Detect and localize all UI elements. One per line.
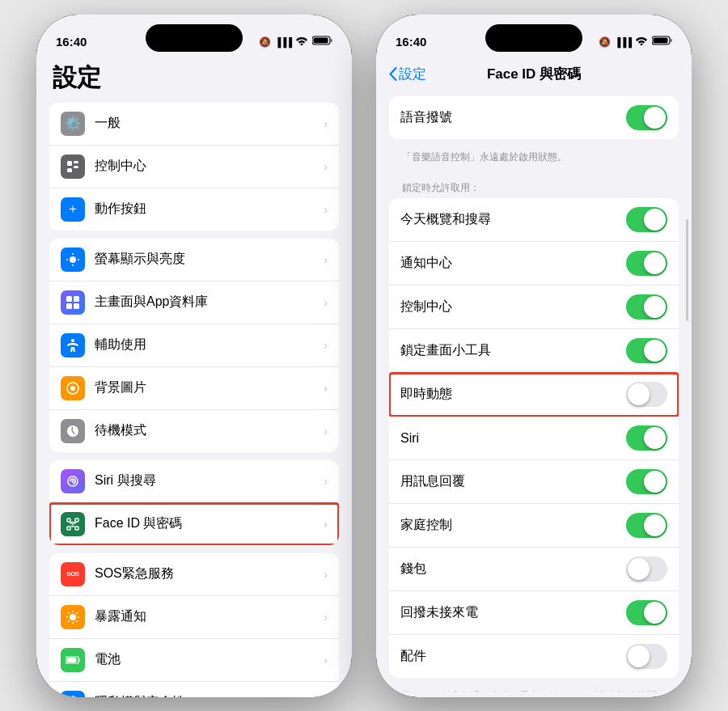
today-row[interactable]: 今天概覽和搜尋 <box>389 198 679 242</box>
dynamic-island-1 <box>146 24 243 52</box>
live-activities-toggle[interactable] <box>626 382 667 407</box>
siri-row[interactable]: Siri <box>389 417 679 460</box>
action-label: 動作按鈕 <box>95 201 324 218</box>
svg-rect-6 <box>67 168 72 172</box>
settings-row-standby[interactable]: 待機模式 › <box>49 410 339 452</box>
settings-row-sos[interactable]: SOS SOS緊急服務 › <box>49 553 339 596</box>
wallet-toggle-btn[interactable] <box>626 557 667 582</box>
display-label: 螢幕顯示與亮度 <box>95 251 324 268</box>
notification-label: 通知中心 <box>400 255 626 272</box>
faceid-group-1: 語音撥號 <box>389 96 679 139</box>
bell-muted-icon: 🔕 <box>259 36 271 48</box>
accessories-label: 配件 <box>400 648 626 665</box>
svg-rect-5 <box>74 166 78 168</box>
settings-row-siri[interactable]: Siri 與搜尋 › <box>49 460 339 503</box>
bell-muted-icon-2: 🔕 <box>599 36 611 48</box>
settings-row-general[interactable]: ⚙️ 一般 › <box>49 103 339 146</box>
siri-label: Siri 與搜尋 <box>95 472 324 489</box>
phone-2: 16:40 🔕 ▐▐▐ 設定 Face ID 與密碼 <box>376 15 692 697</box>
lockscreen-header: 鎖定時允許取用： <box>376 170 692 198</box>
svg-line-34 <box>76 620 77 621</box>
live-activities-row[interactable]: 即時動態 <box>389 373 679 417</box>
exposure-chevron: › <box>324 611 328 624</box>
svg-rect-21 <box>67 518 70 522</box>
svg-rect-14 <box>66 303 72 309</box>
settings-row-accessibility[interactable]: 輔助使用 › <box>49 324 339 367</box>
faceid-group-2: 今天概覽和搜尋 通知中心 控制中心 鎖定畫面小工具 即時動態 <box>389 198 679 678</box>
lockscreen-widgets-label: 鎖定畫面小工具 <box>400 342 626 359</box>
settings-row-control[interactable]: 控制中心 › <box>49 146 339 188</box>
settings-row-battery[interactable]: 電池 › <box>49 639 339 682</box>
svg-rect-2 <box>331 39 332 42</box>
svg-rect-24 <box>75 527 78 530</box>
control-center-toggle[interactable] <box>626 294 667 320</box>
settings-row-wallpaper[interactable]: 背景圖片 › <box>49 367 339 410</box>
general-chevron: › <box>324 117 328 130</box>
svg-rect-44 <box>671 39 672 42</box>
svg-point-16 <box>71 339 74 342</box>
settings-list-1[interactable]: ⚙️ 一般 › 控制中心 › ＋ 動作按鈕 › <box>36 103 352 697</box>
control-label: 控制中心 <box>95 158 324 175</box>
home-control-toggle[interactable] <box>626 513 667 538</box>
wallet-toggle-row[interactable]: 錢包 <box>389 548 679 591</box>
sos-icon: SOS <box>61 562 85 586</box>
notification-row[interactable]: 通知中心 <box>389 242 679 286</box>
notification-toggle[interactable] <box>626 251 667 276</box>
status-icons-1: 🔕 ▐▐▐ <box>259 36 332 48</box>
siri-chevron: › <box>324 475 328 488</box>
privacy-chevron: › <box>324 696 328 697</box>
settings-row-exposure[interactable]: 暴露通知 › <box>49 596 339 639</box>
status-icons-2: 🔕 ▐▐▐ <box>599 36 672 48</box>
home-control-row[interactable]: 家庭控制 <box>389 504 679 548</box>
svg-point-20 <box>72 480 74 482</box>
accessibility-label: 輔助使用 <box>95 336 324 353</box>
settings-group-3: Siri 與搜尋 › Face ID 與密碼 › <box>49 460 339 545</box>
faceid-label: Face ID 與密碼 <box>95 515 324 532</box>
accessories-footer: 當iPhone鎖定超過一小時，需先解鎖iPhone才能允許連接配件。 <box>376 686 692 691</box>
faceid-list[interactable]: 語音撥號 「音樂語音控制」永遠處於啟用狀態。 鎖定時允許取用： 今天概覽和搜尋 … <box>376 90 692 692</box>
back-button[interactable]: 設定 <box>389 65 426 83</box>
lockscreen-widgets-toggle[interactable] <box>626 338 667 363</box>
svg-point-27 <box>74 523 75 523</box>
voice-dial-toggle[interactable] <box>626 105 667 130</box>
wifi-icon-2 <box>635 36 648 48</box>
svg-point-28 <box>70 614 76 620</box>
wallet-toggle-label: 錢包 <box>400 561 626 578</box>
live-activities-label: 即時動態 <box>400 386 626 403</box>
homescreen-chevron: › <box>324 296 328 309</box>
svg-rect-4 <box>74 161 78 163</box>
siri-toggle-btn[interactable] <box>626 425 667 451</box>
reply-toggle[interactable] <box>626 469 667 494</box>
return-missed-row[interactable]: 回撥未接來電 <box>389 591 679 635</box>
today-label: 今天概覽和搜尋 <box>400 211 626 228</box>
settings-row-privacy[interactable]: 隱私權與安全性 › <box>49 682 339 697</box>
settings-row-homescreen[interactable]: 主畫面與App資料庫 › <box>49 281 339 324</box>
today-toggle[interactable] <box>626 207 667 232</box>
sos-chevron: › <box>324 568 328 581</box>
svg-rect-38 <box>67 657 77 662</box>
voice-dial-row[interactable]: 語音撥號 <box>389 96 679 139</box>
accessories-row[interactable]: 配件 <box>389 635 679 678</box>
settings-row-faceid[interactable]: Face ID 與密碼 › <box>49 503 339 545</box>
settings-group-2: 螢幕顯示與亮度 › 主畫面與App資料庫 › 輔助使用 › <box>49 239 339 452</box>
back-label: 設定 <box>399 65 426 83</box>
return-missed-toggle[interactable] <box>626 600 667 625</box>
lockscreen-widgets-row[interactable]: 鎖定畫面小工具 <box>389 329 679 373</box>
svg-rect-1 <box>314 38 328 44</box>
privacy-icon <box>61 691 85 697</box>
settings-row-display[interactable]: 螢幕顯示與亮度 › <box>49 239 339 281</box>
accessories-toggle[interactable] <box>626 644 667 669</box>
settings-row-action[interactable]: ＋ 動作按鈕 › <box>49 188 339 231</box>
faceid-icon <box>61 512 85 536</box>
homescreen-icon <box>61 290 85 315</box>
phone-2-screen: 16:40 🔕 ▐▐▐ 設定 Face ID 與密碼 <box>376 15 692 697</box>
return-missed-label: 回撥未接來電 <box>400 604 626 621</box>
signal-icon: ▐▐▐ <box>275 37 291 47</box>
control-center-row[interactable]: 控制中心 <box>389 286 679 329</box>
standby-label: 待機模式 <box>95 422 324 439</box>
svg-rect-39 <box>79 658 80 662</box>
accessibility-chevron: › <box>324 339 328 352</box>
accessibility-icon <box>61 333 85 358</box>
reply-with-message-row[interactable]: 用訊息回覆 <box>389 460 679 504</box>
svg-rect-15 <box>74 303 79 309</box>
